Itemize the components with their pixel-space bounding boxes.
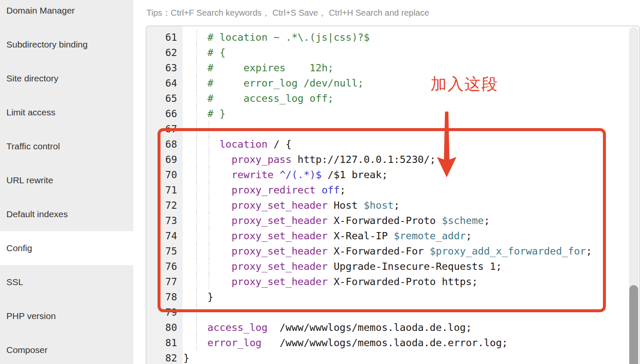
config-editor[interactable]: 61 # location ~ .*\.(js|css)?$62 # {63 #… [146, 25, 640, 364]
code-line[interactable]: 82} [146, 350, 639, 364]
sidebar-item-label: Config [6, 243, 32, 253]
code-text: # { [146, 45, 639, 60]
code-line[interactable]: 66 # } [146, 106, 639, 121]
code-text: # } [146, 106, 639, 121]
line-number: 63 [146, 60, 183, 76]
code-text: proxy_set_header Host $host; [146, 198, 639, 213]
sidebar-item-subdirectory-binding[interactable]: Subdirectory binding [0, 28, 133, 62]
indent-guide [196, 228, 197, 244]
line-number: 71 [146, 182, 183, 198]
code-line[interactable]: 63 # expires 12h; [146, 60, 639, 76]
code-text: } [146, 289, 639, 305]
indent-guide [196, 106, 197, 121]
line-number: 64 [146, 76, 183, 91]
sidebar-item-limit-access[interactable]: Limit access [0, 95, 133, 129]
line-number: 72 [146, 198, 183, 213]
sidebar-item-url-rewrite[interactable]: URL rewrite [0, 163, 133, 197]
code-text: # expires 12h; [146, 60, 639, 76]
indent-guide [208, 137, 209, 152]
tips-text: Ctrl+F Search keywords， Ctrl+S Save， Ctr… [171, 8, 429, 17]
line-number: 61 [146, 30, 183, 45]
code-line[interactable]: 69 proxy_pass http://127.0.0.1:5230/; [146, 152, 639, 167]
line-number: 79 [146, 305, 183, 320]
code-line[interactable]: 78 } [146, 289, 639, 305]
line-number: 70 [146, 167, 183, 182]
sidebar-item-label: Domain Manager [6, 6, 75, 16]
sidebar-item-label: SSL [6, 277, 23, 287]
code-text: # error_log /dev/null; [146, 76, 639, 91]
indent-guide [196, 289, 197, 305]
editor-scrollbar-thumb[interactable] [629, 285, 638, 364]
sidebar-item-label: Limit access [6, 107, 56, 118]
code-line[interactable]: 73 proxy_set_header X-Forwarded-Proto $s… [146, 213, 639, 228]
code-text: rewrite ^/(.*)$ /$1 break; [146, 167, 639, 182]
code-line[interactable]: 75 proxy_set_header X-Forwarded-For $pro… [146, 244, 639, 259]
code-text: proxy_set_header X-Forwarded-Proto https… [146, 274, 639, 289]
code-text: access_log /www/wwwlogs/memos.laoda.de.l… [146, 320, 639, 335]
indent-guide [208, 274, 209, 289]
code-line[interactable]: 68 location / { [146, 137, 639, 152]
indent-guide [208, 167, 209, 182]
indent-guide [196, 45, 197, 60]
sidebar-item-label: Composer [6, 345, 48, 355]
code-line[interactable]: 62 # { [146, 45, 639, 60]
line-number: 78 [146, 289, 183, 305]
code-line[interactable]: 76 proxy_set_header Upgrade-Insecure-Req… [146, 259, 639, 274]
indent-guide [208, 259, 209, 274]
code-line[interactable]: 79 [146, 305, 639, 320]
sidebar-item-ssl[interactable]: SSL [0, 265, 133, 299]
page: { "sidebar": { "items": [ {"label": "Dom… [0, 0, 642, 364]
code-line[interactable]: 70 rewrite ^/(.*)$ /$1 break; [146, 167, 639, 182]
code-text: proxy_set_header X-Forwarded-For $proxy_… [146, 244, 639, 259]
indent-guide [208, 244, 209, 259]
indent-guide [196, 76, 197, 91]
tips-bar: Tips：Ctrl+F Search keywords， Ctrl+S Save… [146, 7, 429, 19]
line-number: 66 [146, 106, 183, 121]
sidebar-item-composer[interactable]: Composer [0, 333, 133, 364]
sidebar-item-default-indexes[interactable]: Default indexes [0, 197, 133, 231]
indent-guide [196, 152, 197, 167]
sidebar-item-php-version[interactable]: PHP version [0, 299, 133, 333]
code-text: proxy_set_header X-Real-IP $remote_addr; [146, 228, 639, 244]
code-line[interactable]: 72 proxy_set_header Host $host; [146, 198, 639, 213]
code-text: proxy_set_header X-Forwarded-Proto $sche… [146, 213, 639, 228]
indent-guide [208, 198, 209, 213]
sidebar-item-site-directory[interactable]: Site directory [0, 62, 133, 95]
indent-guide [208, 152, 209, 167]
code-line[interactable]: 71 proxy_redirect off; [146, 182, 639, 198]
code-line[interactable]: 81 error_log /www/wwwlogs/memos.laoda.de… [146, 335, 639, 350]
line-number: 69 [146, 152, 183, 167]
sidebar-item-traffic-control[interactable]: Traffic control [0, 129, 133, 163]
indent-guide [196, 91, 197, 106]
sidebar-item-label: Subdirectory binding [6, 39, 87, 50]
code-line[interactable]: 61 # location ~ .*\.(js|css)?$ [146, 30, 639, 45]
line-number: 80 [146, 320, 183, 335]
sidebar-item-config[interactable]: Config [0, 231, 133, 265]
line-number: 62 [146, 45, 183, 60]
code-line[interactable]: 74 proxy_set_header X-Real-IP $remote_ad… [146, 228, 639, 244]
code-line[interactable]: 64 # error_log /dev/null; [146, 76, 639, 91]
indent-guide [196, 305, 197, 320]
code-line[interactable]: 77 proxy_set_header X-Forwarded-Proto ht… [146, 274, 639, 289]
code-text: # access_log off; [146, 91, 639, 106]
code-lines: 61 # location ~ .*\.(js|css)?$62 # {63 #… [146, 30, 639, 364]
line-number: 73 [146, 213, 183, 228]
indent-guide [196, 213, 197, 228]
code-text: proxy_pass http://127.0.0.1:5230/; [146, 152, 639, 167]
code-text: } [146, 350, 639, 364]
sidebar-item-domain-manager[interactable]: Domain Manager [0, 0, 133, 28]
line-number: 76 [146, 259, 183, 274]
code-line[interactable]: 67 [146, 121, 639, 137]
sidebar-item-label: PHP version [6, 311, 56, 321]
line-number: 67 [146, 121, 183, 137]
code-text: # location ~ .*\.(js|css)?$ [146, 30, 639, 45]
code-line[interactable]: 65 # access_log off; [146, 91, 639, 106]
sidebar-item-label: Default indexes [6, 209, 68, 219]
code-line[interactable]: 80 access_log /www/wwwlogs/memos.laoda.d… [146, 320, 639, 335]
sidebar-item-label: Site directory [6, 73, 59, 84]
line-number: 74 [146, 228, 183, 244]
indent-guide [208, 213, 209, 228]
line-number: 81 [146, 335, 183, 350]
line-number: 82 [146, 350, 183, 364]
line-number: 65 [146, 91, 183, 106]
